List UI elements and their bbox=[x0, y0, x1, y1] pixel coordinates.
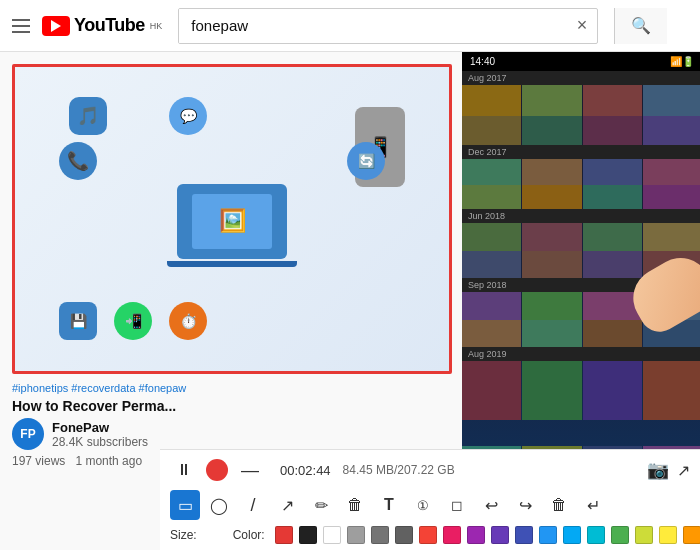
search-input[interactable] bbox=[179, 9, 566, 43]
color-red[interactable] bbox=[275, 526, 293, 544]
clock-icon: ⏱️ bbox=[169, 302, 207, 340]
color-deep-purple[interactable] bbox=[491, 526, 509, 544]
thumbnail-info-bar: FonePaw iPhone Data Recovery Version: 8.… bbox=[15, 371, 449, 374]
channel-name[interactable]: FonePaw bbox=[52, 420, 148, 435]
drawing-tools: ▭ ◯ / ↗ ✏ 🗑 T ① ◻ ↩ ↪ 🗑 ↵ bbox=[170, 490, 690, 520]
tool-undo[interactable]: ↩ bbox=[476, 490, 506, 520]
view-count: 197 views bbox=[12, 454, 65, 468]
illustration: 🎵 💬 📞 🖼️ 📱 🔄 💾 📲 ⏱️ bbox=[39, 87, 425, 355]
app-header: YouTubeHK × 🔍 bbox=[0, 0, 700, 52]
color-gray3[interactable] bbox=[395, 526, 413, 544]
tool-exit[interactable]: ↵ bbox=[578, 490, 608, 520]
chat-icon: 💬 bbox=[169, 97, 207, 135]
laptop-icon: 🖼️ bbox=[177, 184, 287, 259]
size-display: 84.45 MB/207.22 GB bbox=[343, 463, 639, 477]
color-gray1[interactable] bbox=[347, 526, 365, 544]
color-orange[interactable] bbox=[683, 526, 700, 544]
tool-arrow[interactable]: ↗ bbox=[272, 490, 302, 520]
photo-grid-1 bbox=[462, 85, 700, 145]
minus-button[interactable]: — bbox=[236, 456, 264, 484]
color-indigo[interactable] bbox=[515, 526, 533, 544]
share-button[interactable]: ↗ bbox=[677, 461, 690, 480]
color-pink[interactable] bbox=[443, 526, 461, 544]
pause-button[interactable]: ⏸ bbox=[170, 456, 198, 484]
color-gray2[interactable] bbox=[371, 526, 389, 544]
color-yellow[interactable] bbox=[659, 526, 677, 544]
tool-trash[interactable]: 🗑 bbox=[544, 490, 574, 520]
color-purple[interactable] bbox=[467, 526, 485, 544]
header-left: YouTubeHK bbox=[12, 15, 162, 36]
color-bright-red[interactable] bbox=[419, 526, 437, 544]
channel-row: FP FonePaw 28.4K subscribers bbox=[12, 418, 452, 450]
tool-redo[interactable]: ↪ bbox=[510, 490, 540, 520]
color-light-blue[interactable] bbox=[563, 526, 581, 544]
tool-ellipse[interactable]: ◯ bbox=[204, 490, 234, 520]
time-ago: 1 month ago bbox=[75, 454, 142, 468]
timeline-aug2017: Aug 2017 bbox=[462, 71, 700, 85]
phone-time: 14:40 bbox=[470, 56, 495, 67]
record-button[interactable] bbox=[206, 459, 228, 481]
sync-icon: 🔄 bbox=[347, 142, 385, 180]
video-title[interactable]: How to Recover Perma... bbox=[12, 398, 452, 414]
channel-subs: 28.4K subscribers bbox=[52, 435, 148, 449]
photo-grid-2 bbox=[462, 159, 700, 209]
color-lime[interactable] bbox=[635, 526, 653, 544]
color-black[interactable] bbox=[299, 526, 317, 544]
timeline-dec2017: Dec 2017 bbox=[462, 145, 700, 159]
menu-button[interactable] bbox=[12, 19, 30, 33]
channel-info: FonePaw 28.4K subscribers bbox=[52, 420, 148, 449]
tool-text[interactable]: T bbox=[374, 490, 404, 520]
tool-line[interactable]: / bbox=[238, 490, 268, 520]
search-button[interactable]: 🔍 bbox=[614, 8, 667, 44]
phone-status-bar: 14:40 📶🔋 bbox=[462, 52, 700, 71]
camera-button[interactable]: 📷 bbox=[647, 459, 669, 481]
tool-rectangle[interactable]: ▭ bbox=[170, 490, 200, 520]
hdd-icon: 💾 bbox=[59, 302, 97, 340]
phone-icons: 📶🔋 bbox=[670, 56, 694, 67]
size-color-controls: Size: Color: bbox=[170, 526, 690, 544]
tool-pen[interactable]: ✏ bbox=[306, 490, 336, 520]
size-label: Size: bbox=[170, 528, 197, 542]
youtube-logo[interactable]: YouTubeHK bbox=[42, 15, 162, 36]
laptop-screen: 🖼️ bbox=[192, 194, 272, 249]
timeline-aug2019: Aug 2019 bbox=[462, 347, 700, 361]
time-display: 00:02:44 bbox=[280, 463, 331, 478]
video-tags[interactable]: #iphonetips #recoverdata #fonepaw bbox=[12, 382, 452, 394]
bottom-controls: ⏸ — 00:02:44 84.45 MB/207.22 GB 📷 ↗ ▭ ◯ … bbox=[160, 449, 700, 550]
youtube-icon bbox=[42, 16, 70, 36]
timeline-jun2018: Jun 2018 bbox=[462, 209, 700, 223]
color-green[interactable] bbox=[611, 526, 629, 544]
video-thumbnail[interactable]: 🎵 💬 📞 🖼️ 📱 🔄 💾 📲 ⏱️ bbox=[12, 64, 452, 374]
whatsapp-icon: 📲 bbox=[114, 302, 152, 340]
search-bar: × bbox=[178, 8, 598, 44]
tool-eraser[interactable]: ◻ bbox=[442, 490, 472, 520]
color-label: Color: bbox=[233, 528, 265, 542]
color-white[interactable] bbox=[323, 526, 341, 544]
tool-number[interactable]: ① bbox=[408, 490, 438, 520]
clear-button[interactable]: × bbox=[567, 15, 598, 36]
thumbnail-content: 🎵 💬 📞 🖼️ 📱 🔄 💾 📲 ⏱️ bbox=[15, 67, 449, 371]
playback-controls: ⏸ — 00:02:44 84.45 MB/207.22 GB 📷 ↗ bbox=[170, 456, 690, 484]
phone-icon: 📞 bbox=[59, 142, 97, 180]
tool-delete-mark[interactable]: 🗑 bbox=[340, 490, 370, 520]
channel-avatar[interactable]: FP bbox=[12, 418, 44, 450]
youtube-wordmark: YouTube bbox=[74, 15, 145, 36]
color-blue[interactable] bbox=[539, 526, 557, 544]
color-cyan[interactable] bbox=[587, 526, 605, 544]
youtube-region: HK bbox=[150, 21, 163, 31]
music-icon: 🎵 bbox=[69, 97, 107, 135]
